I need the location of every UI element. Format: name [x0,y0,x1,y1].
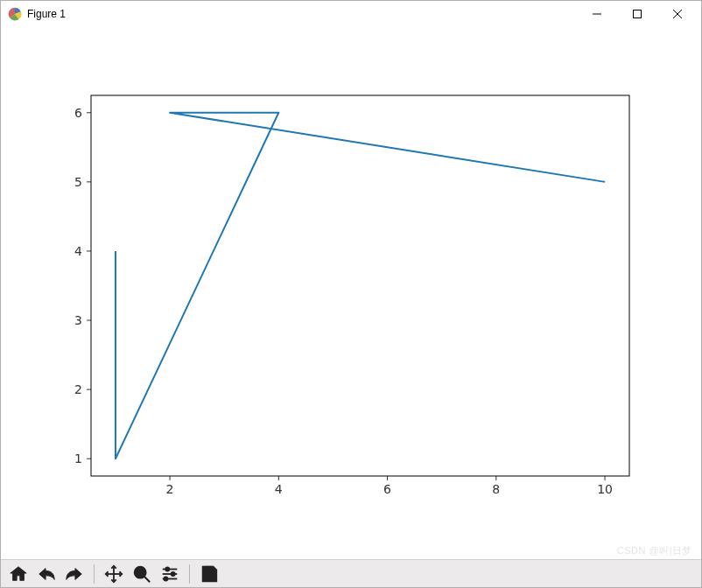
y-tick-label: 2 [74,382,82,396]
svg-point-10 [165,567,169,570]
toolbar-separator [189,564,190,584]
svg-point-14 [164,577,167,580]
figure-canvas[interactable]: 246810 123456 [1,27,702,561]
window-close-button[interactable] [657,1,698,27]
toolbar-separator [94,564,95,584]
svg-point-12 [172,571,175,575]
window-title: Figure 1 [27,8,66,20]
x-tick-label: 6 [383,482,391,496]
x-tick-label: 8 [492,482,500,496]
y-tick-label: 1 [74,452,82,466]
zoom-button[interactable] [129,562,155,586]
x-tick-label: 2 [166,482,174,496]
nav-toolbar [1,559,701,587]
svg-point-7 [135,566,146,578]
line-series [116,113,605,458]
home-button[interactable] [5,562,32,586]
back-button[interactable] [33,562,60,586]
x-tick-label: 4 [275,482,283,496]
configure-subplots-button[interactable] [157,562,183,586]
window-titlebar: Figure 1 [1,1,701,27]
y-tick-label: 3 [74,313,82,327]
app-icon [8,7,22,21]
window-maximize-button[interactable] [617,1,657,27]
y-tick-label: 4 [74,244,82,258]
svg-rect-2 [634,10,642,18]
window-minimize-button[interactable] [577,1,617,27]
axes-frame [91,95,629,476]
x-tick-label: 10 [597,482,613,496]
forward-button[interactable] [61,562,88,586]
save-button[interactable] [196,562,222,586]
svg-line-8 [144,576,150,581]
y-tick-label: 6 [74,106,82,120]
pan-button[interactable] [101,562,127,586]
y-tick-label: 5 [74,175,82,189]
